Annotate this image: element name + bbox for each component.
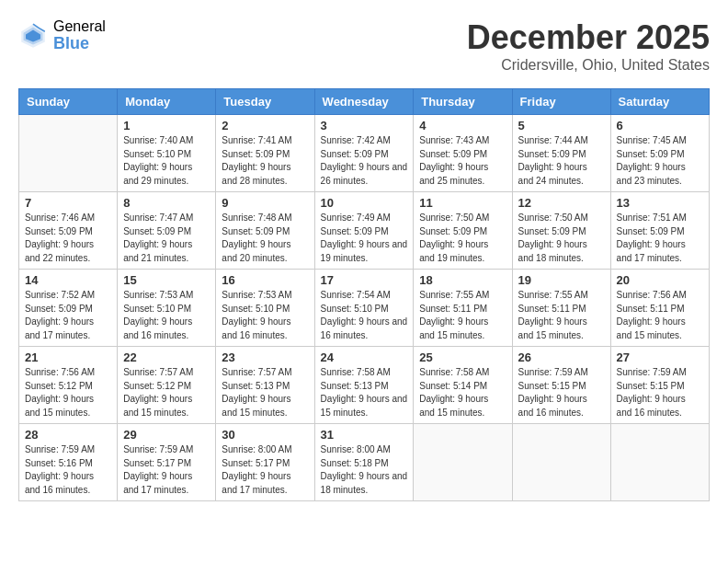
calendar-cell [19,115,118,192]
day-info: Sunrise: 7:50 AMSunset: 5:09 PMDaylight:… [419,212,506,265]
calendar-cell: 24Sunrise: 7:58 AMSunset: 5:13 PMDayligh… [314,347,414,424]
calendar-cell: 30Sunrise: 8:00 AMSunset: 5:17 PMDayligh… [216,424,314,501]
day-info: Sunrise: 7:58 AMSunset: 5:14 PMDaylight:… [419,366,506,419]
day-number: 15 [123,273,210,287]
weekday-header: Wednesday [314,89,414,115]
calendar-cell: 5Sunrise: 7:44 AMSunset: 5:09 PMDaylight… [512,115,610,192]
day-info: Sunrise: 7:50 AMSunset: 5:09 PMDaylight:… [518,212,605,265]
day-info: Sunrise: 7:45 AMSunset: 5:09 PMDaylight:… [617,134,703,188]
day-number: 24 [321,350,408,364]
weekday-header-row: SundayMondayTuesdayWednesdayThursdayFrid… [19,89,710,115]
day-info: Sunrise: 7:57 AMSunset: 5:12 PMDaylight:… [123,366,210,419]
day-number: 20 [617,273,703,287]
day-info: Sunrise: 7:58 AMSunset: 5:13 PMDaylight:… [321,366,408,419]
calendar-cell: 15Sunrise: 7:53 AMSunset: 5:10 PMDayligh… [118,270,216,347]
calendar-cell: 16Sunrise: 7:53 AMSunset: 5:10 PMDayligh… [216,270,314,347]
calendar-cell: 27Sunrise: 7:59 AMSunset: 5:15 PMDayligh… [610,347,709,424]
calendar-cell: 17Sunrise: 7:54 AMSunset: 5:10 PMDayligh… [314,270,414,347]
day-number: 12 [518,196,605,210]
day-info: Sunrise: 7:42 AMSunset: 5:09 PMDaylight:… [321,134,408,188]
day-info: Sunrise: 7:53 AMSunset: 5:10 PMDaylight:… [123,289,210,342]
calendar-cell: 28Sunrise: 7:59 AMSunset: 5:16 PMDayligh… [19,424,118,501]
logo-icon [18,21,48,51]
calendar: SundayMondayTuesdayWednesdayThursdayFrid… [18,88,710,501]
weekday-header: Sunday [19,89,118,115]
day-info: Sunrise: 7:57 AMSunset: 5:13 PMDaylight:… [222,366,308,419]
day-info: Sunrise: 7:56 AMSunset: 5:11 PMDaylight:… [617,289,703,342]
day-number: 26 [518,350,605,364]
day-number: 22 [123,350,210,364]
day-info: Sunrise: 7:47 AMSunset: 5:09 PMDaylight:… [123,212,210,265]
day-info: Sunrise: 7:40 AMSunset: 5:10 PMDaylight:… [123,134,210,188]
day-number: 11 [419,196,506,210]
logo-general: General [53,18,106,35]
calendar-cell: 21Sunrise: 7:56 AMSunset: 5:12 PMDayligh… [19,347,118,424]
day-info: Sunrise: 7:56 AMSunset: 5:12 PMDaylight:… [25,366,111,419]
calendar-cell: 26Sunrise: 7:59 AMSunset: 5:15 PMDayligh… [512,347,610,424]
calendar-cell: 19Sunrise: 7:55 AMSunset: 5:11 PMDayligh… [512,270,610,347]
day-number: 16 [222,273,308,287]
day-number: 1 [123,119,210,132]
day-info: Sunrise: 7:52 AMSunset: 5:09 PMDaylight:… [25,289,111,342]
calendar-cell [414,424,512,501]
weekday-header: Friday [512,89,610,115]
day-number: 4 [419,119,506,132]
day-info: Sunrise: 7:59 AMSunset: 5:17 PMDaylight:… [123,443,210,497]
month-title: December 2025 [467,18,710,57]
logo-blue: Blue [53,35,106,53]
calendar-cell: 8Sunrise: 7:47 AMSunset: 5:09 PMDaylight… [118,192,216,270]
calendar-cell: 3Sunrise: 7:42 AMSunset: 5:09 PMDaylight… [314,115,414,192]
day-info: Sunrise: 8:00 AMSunset: 5:17 PMDaylight:… [222,443,308,497]
calendar-cell: 12Sunrise: 7:50 AMSunset: 5:09 PMDayligh… [512,192,610,270]
day-number: 7 [25,196,111,210]
calendar-week-row: 1Sunrise: 7:40 AMSunset: 5:10 PMDaylight… [19,115,710,192]
day-info: Sunrise: 7:51 AMSunset: 5:09 PMDaylight:… [617,212,703,265]
day-number: 23 [222,350,308,364]
logo-text: General Blue [53,18,106,52]
day-info: Sunrise: 7:59 AMSunset: 5:16 PMDaylight:… [25,443,111,497]
day-info: Sunrise: 7:44 AMSunset: 5:09 PMDaylight:… [518,134,605,188]
calendar-week-row: 28Sunrise: 7:59 AMSunset: 5:16 PMDayligh… [19,424,710,501]
day-info: Sunrise: 8:00 AMSunset: 5:18 PMDaylight:… [321,443,408,497]
day-number: 31 [321,428,408,442]
day-info: Sunrise: 7:43 AMSunset: 5:09 PMDaylight:… [419,134,506,188]
day-info: Sunrise: 7:41 AMSunset: 5:09 PMDaylight:… [222,134,308,188]
weekday-header: Saturday [610,89,709,115]
day-info: Sunrise: 7:59 AMSunset: 5:15 PMDaylight:… [518,366,605,419]
calendar-cell: 18Sunrise: 7:55 AMSunset: 5:11 PMDayligh… [414,270,512,347]
calendar-cell: 31Sunrise: 8:00 AMSunset: 5:18 PMDayligh… [314,424,414,501]
logo: General Blue [18,18,106,52]
calendar-cell [512,424,610,501]
day-number: 5 [518,119,605,132]
day-number: 2 [222,119,308,132]
day-number: 8 [123,196,210,210]
day-number: 10 [321,196,408,210]
day-info: Sunrise: 7:49 AMSunset: 5:09 PMDaylight:… [321,212,408,265]
day-info: Sunrise: 7:54 AMSunset: 5:10 PMDaylight:… [321,289,408,342]
calendar-cell: 14Sunrise: 7:52 AMSunset: 5:09 PMDayligh… [19,270,118,347]
weekday-header: Monday [118,89,216,115]
calendar-cell: 1Sunrise: 7:40 AMSunset: 5:10 PMDaylight… [118,115,216,192]
day-number: 6 [617,119,703,132]
calendar-cell: 29Sunrise: 7:59 AMSunset: 5:17 PMDayligh… [118,424,216,501]
day-number: 29 [123,428,210,442]
weekday-header: Tuesday [216,89,314,115]
calendar-cell: 4Sunrise: 7:43 AMSunset: 5:09 PMDaylight… [414,115,512,192]
page-header: General Blue December 2025 Cridersville,… [18,18,710,74]
calendar-week-row: 7Sunrise: 7:46 AMSunset: 5:09 PMDaylight… [19,192,710,270]
calendar-cell: 10Sunrise: 7:49 AMSunset: 5:09 PMDayligh… [314,192,414,270]
calendar-cell [610,424,709,501]
day-number: 25 [419,350,506,364]
day-number: 28 [25,428,111,442]
title-block: December 2025 Cridersville, Ohio, United… [467,18,710,74]
day-number: 21 [25,350,111,364]
day-info: Sunrise: 7:48 AMSunset: 5:09 PMDaylight:… [222,212,308,265]
calendar-cell: 7Sunrise: 7:46 AMSunset: 5:09 PMDaylight… [19,192,118,270]
calendar-cell: 6Sunrise: 7:45 AMSunset: 5:09 PMDaylight… [610,115,709,192]
day-number: 18 [419,273,506,287]
day-info: Sunrise: 7:53 AMSunset: 5:10 PMDaylight:… [222,289,308,342]
day-number: 13 [617,196,703,210]
calendar-cell: 23Sunrise: 7:57 AMSunset: 5:13 PMDayligh… [216,347,314,424]
day-number: 9 [222,196,308,210]
day-number: 17 [321,273,408,287]
